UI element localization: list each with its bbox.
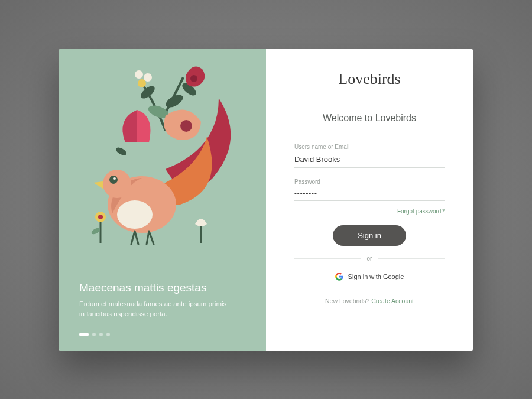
or-divider: or — [294, 255, 445, 262]
slide-dot-2[interactable] — [92, 333, 96, 336]
slide-dot-1[interactable] — [79, 333, 89, 336]
google-sign-in-button[interactable]: Sign in with Google — [330, 270, 409, 283]
username-label: Users name or Email — [294, 144, 445, 150]
svg-point-6 — [138, 79, 146, 87]
brand-logo: Lovebirds — [338, 70, 400, 88]
svg-point-7 — [190, 75, 197, 82]
create-account-link[interactable]: Create Account — [371, 297, 414, 304]
svg-point-12 — [109, 176, 118, 184]
password-input[interactable] — [294, 187, 445, 201]
google-icon — [335, 273, 343, 281]
svg-point-16 — [98, 215, 103, 219]
login-card: Maecenas mattis egestas Erdum et malesua… — [59, 49, 473, 351]
divider-line-left — [294, 258, 361, 259]
username-field-group: Users name or Email — [294, 144, 445, 168]
promo-headline: Maecenas mattis egestas — [79, 281, 246, 294]
sign-in-button[interactable]: Sign in — [333, 225, 406, 246]
svg-point-11 — [103, 170, 131, 198]
svg-point-19 — [115, 145, 128, 157]
or-label: or — [367, 255, 372, 262]
password-field-group: Password — [294, 179, 445, 201]
form-panel: Lovebirds Welcome to Lovebirds Users nam… — [266, 49, 473, 351]
slide-dot-3[interactable] — [99, 333, 103, 336]
svg-point-13 — [113, 177, 116, 180]
svg-point-8 — [180, 120, 192, 132]
bird-flowers-illustration — [83, 60, 242, 255]
divider-line-right — [378, 258, 445, 259]
password-label: Password — [294, 179, 445, 185]
signup-prompt: New Lovebrids? Create Account — [294, 297, 445, 304]
svg-point-4 — [135, 70, 143, 79]
forgot-password-link[interactable]: Forgot password? — [397, 208, 445, 215]
welcome-heading: Welcome to Lovebirds — [323, 113, 416, 124]
promo-panel: Maecenas mattis egestas Erdum et malesua… — [59, 49, 266, 351]
svg-point-10 — [117, 200, 153, 229]
signup-prefix: New Lovebrids? — [325, 297, 371, 304]
login-form: Users name or Email Password Forgot pass… — [294, 144, 445, 304]
username-input[interactable] — [294, 153, 445, 168]
promo-subtext: Erdum et malesuada fames ac ante ipsum p… — [79, 299, 233, 320]
slide-indicator — [79, 333, 246, 336]
slide-dot-4[interactable] — [106, 333, 110, 336]
google-button-label: Sign in with Google — [348, 273, 404, 280]
svg-point-17 — [90, 226, 101, 235]
svg-point-5 — [144, 73, 152, 82]
